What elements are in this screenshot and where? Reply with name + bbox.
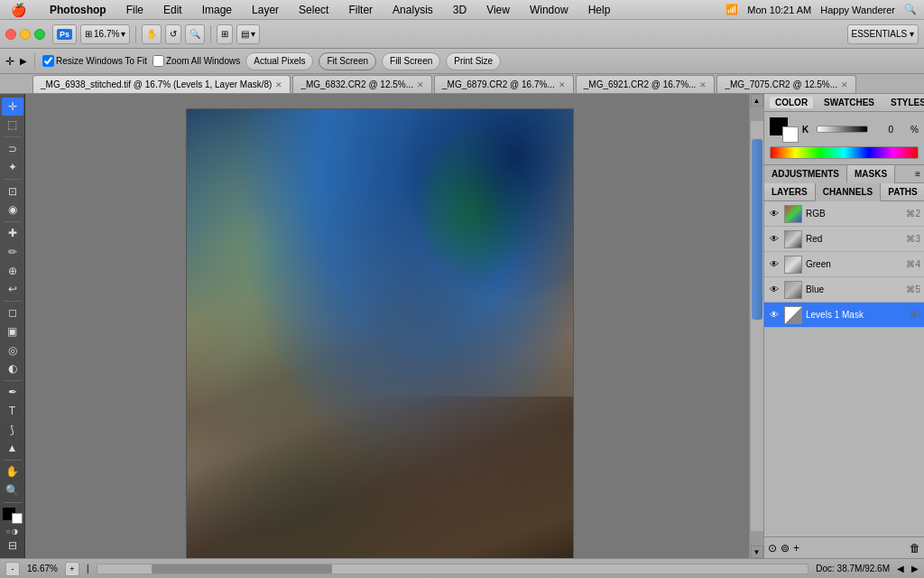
- text-tool[interactable]: T: [2, 402, 23, 420]
- maximize-button[interactable]: [34, 29, 45, 40]
- scroll-track[interactable]: [751, 121, 763, 531]
- zoom-in-btn[interactable]: +: [65, 562, 79, 576]
- bg-swatch[interactable]: [782, 126, 799, 143]
- menu-window[interactable]: Window: [526, 3, 572, 17]
- resize-checkbox-label[interactable]: Resize Windows To Fit: [42, 55, 147, 67]
- move-tool[interactable]: ✛: [2, 98, 23, 116]
- zoom-btn[interactable]: 🔍: [185, 24, 205, 44]
- tab-0-close[interactable]: ✕: [275, 80, 282, 89]
- adj-options[interactable]: ≡: [911, 169, 924, 179]
- red-channel-row[interactable]: 👁 Red ⌘3: [764, 227, 924, 252]
- shape-tool[interactable]: ▲: [2, 439, 23, 457]
- status-nav-left[interactable]: ◀: [897, 564, 904, 573]
- k-slider[interactable]: [817, 126, 868, 133]
- scroll-down-arrow[interactable]: ▼: [751, 545, 763, 558]
- clone-tool[interactable]: ⊕: [2, 262, 23, 280]
- green-channel-row[interactable]: 👁 Green ⌘4: [764, 252, 924, 277]
- layers-tab[interactable]: LAYERS: [764, 183, 816, 201]
- magic-wand-tool[interactable]: ✦: [2, 158, 23, 176]
- screen-mode-btn[interactable]: ⊞ 16.7% ▾: [80, 24, 130, 44]
- tab-3-close[interactable]: ✕: [699, 80, 707, 89]
- menu-3d[interactable]: 3D: [449, 3, 470, 17]
- marquee-tool[interactable]: ⬚: [2, 117, 23, 135]
- fg-bg-colors[interactable]: [2, 508, 23, 524]
- close-button[interactable]: [5, 29, 16, 40]
- lasso-tool[interactable]: ⊃: [2, 140, 23, 158]
- hand-tool[interactable]: ✋: [2, 463, 23, 481]
- rotate-view-btn[interactable]: ↺: [165, 24, 181, 44]
- menu-filter[interactable]: Filter: [345, 3, 376, 17]
- tab-0[interactable]: _MG_6938_stitched.tif @ 16.7% (Levels 1,…: [32, 75, 291, 93]
- red-visibility-icon[interactable]: 👁: [768, 233, 781, 246]
- canvas-area[interactable]: [25, 94, 749, 558]
- ps-icon-btn[interactable]: Ps: [52, 24, 77, 44]
- rgb-visibility-icon[interactable]: 👁: [768, 208, 781, 220]
- blue-channel-row[interactable]: 👁 Blue ⌘5: [764, 277, 924, 303]
- styles-tab[interactable]: STYLES: [885, 97, 924, 108]
- new-channel-icon[interactable]: +: [793, 542, 799, 555]
- status-nav-right[interactable]: ▶: [911, 564, 919, 573]
- pen-tool[interactable]: ✒: [2, 384, 23, 402]
- menu-file[interactable]: File: [123, 3, 147, 17]
- levels-mask-row[interactable]: 👁 Levels 1 Mask ⌘\: [764, 303, 924, 328]
- tab-2-close[interactable]: ✕: [559, 80, 566, 89]
- channels-tab[interactable]: CHANNELS: [816, 183, 882, 201]
- spotlight-icon[interactable]: 🔍: [904, 4, 917, 15]
- swatches-tab[interactable]: SWATCHES: [818, 97, 880, 108]
- print-size-btn[interactable]: Print Size: [446, 52, 501, 70]
- menu-select[interactable]: Select: [295, 3, 332, 17]
- masks-tab[interactable]: MASKS: [847, 165, 895, 183]
- tab-2[interactable]: _MG_6879.CR2 @ 16.7%... ✕: [434, 75, 574, 93]
- scroll-up-arrow[interactable]: ▲: [751, 94, 763, 107]
- brush-tool[interactable]: ✏: [2, 243, 23, 261]
- menu-edit[interactable]: Edit: [160, 3, 186, 17]
- zoom-tool[interactable]: 🔍: [2, 481, 23, 499]
- zoom-all-checkbox-label[interactable]: Zoom All Windows: [152, 55, 240, 67]
- color-tab[interactable]: COLOR: [770, 97, 813, 108]
- screen-mode-btn[interactable]: ⊟: [2, 537, 23, 555]
- menu-layer[interactable]: Layer: [248, 3, 282, 17]
- save-selection-icon[interactable]: ⊚: [781, 542, 790, 555]
- background-color[interactable]: [12, 513, 23, 524]
- blur-tool[interactable]: ◎: [2, 341, 23, 359]
- essentials-btn[interactable]: ESSENTIALS ▾: [847, 24, 919, 44]
- tab-4-close[interactable]: ✕: [841, 80, 848, 89]
- rgb-channel-row[interactable]: 👁 RGB ⌘2: [764, 201, 924, 227]
- tab-4[interactable]: _MG_7075.CR2 @ 12.5%... ✕: [716, 75, 856, 93]
- zoom-tool-btn[interactable]: ✋: [142, 24, 162, 44]
- h-scroll-thumb[interactable]: [152, 564, 332, 573]
- crop-tool[interactable]: ⊡: [2, 182, 23, 200]
- dodge-tool[interactable]: ◐: [2, 359, 23, 378]
- paths-tab[interactable]: PATHS: [881, 183, 924, 201]
- standard-mode-icon[interactable]: ○: [6, 527, 11, 536]
- eyedropper-tool[interactable]: ◉: [2, 200, 23, 219]
- history-brush-tool[interactable]: ↩: [2, 280, 23, 298]
- delete-channel-icon[interactable]: 🗑: [910, 542, 920, 555]
- apple-menu[interactable]: 🍎: [7, 2, 30, 18]
- arrange-btn[interactable]: ▤▾: [236, 24, 260, 44]
- load-selection-icon[interactable]: ⊙: [768, 542, 777, 555]
- fill-screen-btn[interactable]: Fill Screen: [382, 52, 440, 70]
- zoom-out-btn[interactable]: -: [5, 562, 20, 576]
- gradient-tool[interactable]: ▣: [2, 322, 23, 340]
- actual-pixels-btn[interactable]: Actual Pixels: [245, 52, 313, 70]
- adjustments-tab[interactable]: ADJUSTMENTS: [764, 165, 847, 183]
- scroll-thumb[interactable]: [752, 139, 762, 320]
- menu-analysis[interactable]: Analysis: [389, 3, 437, 17]
- essentials-label[interactable]: ESSENTIALS ▾: [847, 24, 919, 44]
- fg-bg-display[interactable]: [770, 117, 799, 143]
- horizontal-scrollbar[interactable]: [97, 564, 809, 574]
- fit-screen-btn[interactable]: Fit Screen: [319, 52, 376, 70]
- menu-view[interactable]: View: [483, 3, 513, 17]
- levels-visibility-icon[interactable]: 👁: [768, 309, 781, 322]
- extras-btn[interactable]: ⊞: [217, 24, 233, 44]
- healing-tool[interactable]: ✚: [2, 225, 23, 243]
- green-visibility-icon[interactable]: 👁: [768, 258, 781, 271]
- tab-3[interactable]: _MG_6921.CR2 @ 16.7%... ✕: [576, 75, 716, 93]
- menu-help[interactable]: Help: [585, 3, 614, 17]
- tab-1-close[interactable]: ✕: [417, 80, 424, 89]
- resize-checkbox[interactable]: [42, 55, 54, 67]
- tab-1[interactable]: _MG_6832.CR2 @ 12.5%... ✕: [292, 75, 432, 93]
- eraser-tool[interactable]: ◻: [2, 304, 23, 322]
- color-spectrum[interactable]: [770, 146, 919, 159]
